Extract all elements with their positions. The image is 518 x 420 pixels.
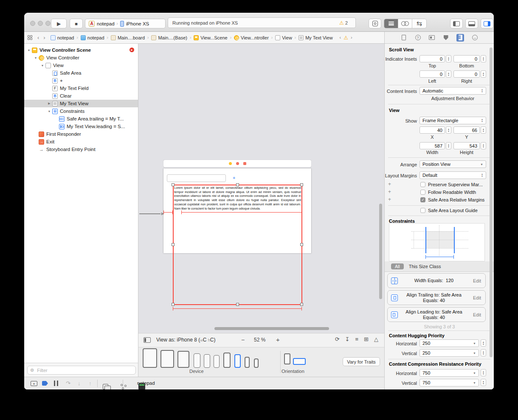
outline-row-clear-button[interactable]: B Clear xyxy=(24,92,138,100)
inset-left-stepper[interactable]: ▲▼ xyxy=(446,70,451,78)
outline-row-entry-point[interactable]: → Storyboard Entry Point xyxy=(24,146,138,153)
related-items-icon[interactable] xyxy=(28,35,32,40)
breadcrumb-storyboard-base[interactable]: Main....(Base) xyxy=(151,35,187,40)
show-popup[interactable]: Frame Rectangle ▲▼ xyxy=(419,117,486,124)
device-iphone-4s[interactable] xyxy=(254,358,259,368)
library-button[interactable] xyxy=(369,19,381,28)
file-inspector-tab[interactable] xyxy=(400,34,407,41)
y-field[interactable]: 66 xyxy=(453,126,480,134)
inset-bottom-field[interactable]: 0 xyxy=(453,55,480,62)
resize-handle[interactable] xyxy=(300,243,303,246)
resolve-autolayout-button[interactable]: △ xyxy=(374,336,378,342)
zoom-window-button[interactable] xyxy=(45,21,51,26)
canvas-plus-button[interactable]: + xyxy=(233,175,235,180)
device-ipad[interactable] xyxy=(177,351,189,368)
toggle-debug-area-icon[interactable]: ▲ xyxy=(31,381,37,386)
add-variation-button[interactable]: + xyxy=(388,189,391,195)
hugging-horizontal-stepper[interactable]: ▲▼ xyxy=(481,339,486,347)
edit-constraint-button[interactable]: Edit xyxy=(473,278,481,283)
device-iphone-xs-max[interactable] xyxy=(194,353,200,368)
constraint-card-trailing[interactable]: Align Trailing to: Safe Area Equals: 40 … xyxy=(387,290,486,305)
pause-execution-icon[interactable] xyxy=(54,381,58,386)
device-iphone-xr[interactable] xyxy=(204,354,210,368)
resize-handle[interactable] xyxy=(172,303,175,306)
leading-constraint-bar[interactable] xyxy=(163,210,173,214)
version-editor-button[interactable]: ⇆ xyxy=(412,19,426,28)
safe-area-layout-guide-checkbox[interactable] xyxy=(420,208,425,213)
trailing-constraint-bar[interactable] xyxy=(181,210,302,214)
resize-handle[interactable] xyxy=(236,303,239,306)
x-stepper[interactable]: ▲▼ xyxy=(446,126,451,134)
stop-button[interactable]: ■ xyxy=(70,19,83,28)
running-app-name[interactable]: notepad xyxy=(137,381,155,386)
identity-inspector-tab[interactable] xyxy=(428,34,435,41)
add-variation-button[interactable]: + xyxy=(388,196,391,202)
inset-right-field[interactable]: 0 xyxy=(453,70,480,78)
filter-field[interactable]: ⊜ xyxy=(27,366,136,375)
layout-margins-popup[interactable]: Default ▲▼ xyxy=(419,171,486,179)
align-button[interactable]: ≡ xyxy=(355,336,359,342)
debug-memory-graph-icon[interactable] xyxy=(121,384,127,389)
issues-badge[interactable]: ⚠ 2 xyxy=(339,20,348,26)
canvas-text-field[interactable] xyxy=(167,174,226,182)
breadcrumb-my-text-view[interactable]: My Text View xyxy=(298,35,332,40)
outline-row-text-field[interactable]: F My Text Field xyxy=(24,84,138,92)
height-stepper[interactable]: ▲▼ xyxy=(481,142,486,149)
minimize-window-button[interactable] xyxy=(38,21,43,26)
scheme-app-name[interactable]: notepad xyxy=(97,21,115,26)
disclosure-open-icon[interactable]: ▼ xyxy=(34,56,38,59)
inspector-scrollbar[interactable] xyxy=(490,48,493,357)
outline-row-my-text-view[interactable]: ▶ My Text View xyxy=(24,100,138,107)
step-into-icon[interactable]: ↓ xyxy=(78,380,81,386)
compression-horizontal-stepper[interactable]: ▲▼ xyxy=(481,369,486,376)
embed-in-button[interactable]: ↧ xyxy=(345,336,350,342)
outline-row-constraint-leading[interactable]: My Text View.leading = S... xyxy=(24,123,138,130)
outline-row-safe-area[interactable]: Safe Area xyxy=(24,69,138,77)
zoom-level[interactable]: 52 % xyxy=(254,337,265,343)
previous-issue-button[interactable]: ‹ xyxy=(340,35,341,40)
resize-handle[interactable] xyxy=(172,183,175,186)
toggle-navigator-button[interactable] xyxy=(450,19,463,28)
width-stepper[interactable]: ▲▼ xyxy=(446,142,451,149)
add-constraints-button[interactable]: ⊞ xyxy=(364,336,369,342)
arrange-pulldown[interactable]: Position View ▼ xyxy=(419,160,486,168)
width-field[interactable]: 587 xyxy=(419,142,445,149)
outline-row-constraint-trailing[interactable]: Safe Area.trailing = My T... xyxy=(24,115,138,123)
hugging-vertical-combo[interactable]: 250▼ xyxy=(419,349,479,357)
edit-constraint-button[interactable]: Edit xyxy=(473,312,481,317)
canvas-horizontal-scrollbar[interactable] xyxy=(214,327,329,330)
resize-handle[interactable] xyxy=(172,243,175,246)
error-badge-icon[interactable]: ▸ xyxy=(130,48,134,52)
safe-area-relative-margins-checkbox[interactable]: ✓ xyxy=(420,197,425,202)
outline-row-exit[interactable]: → Exit xyxy=(24,138,138,146)
constraint-card-leading[interactable]: Align Leading to: Safe Area Equals: 40 E… xyxy=(387,307,486,322)
add-variation-button[interactable]: + xyxy=(388,181,391,187)
x-field[interactable]: 40 xyxy=(419,126,445,134)
breadcrumb-folder[interactable]: notepad xyxy=(81,35,104,40)
toggle-outline-icon[interactable] xyxy=(144,337,151,343)
storyboard-entry-arrow[interactable] xyxy=(139,212,163,216)
device-iphone-xs[interactable] xyxy=(214,355,220,368)
back-button[interactable]: ‹ xyxy=(37,35,39,40)
device-iphone-8-plus[interactable] xyxy=(223,353,231,368)
canvas-text-view-text[interactable]: Lorem ipsum dolor sit er elit lamet, con… xyxy=(174,186,301,210)
zoom-out-button[interactable]: − xyxy=(241,336,245,343)
width-constraint-bar[interactable] xyxy=(173,307,302,311)
assistant-editor-button[interactable] xyxy=(398,19,412,28)
device-iphone-8-selected[interactable] xyxy=(234,354,241,368)
orientation-landscape-button[interactable] xyxy=(293,358,306,365)
disclosure-open-icon[interactable]: ▼ xyxy=(40,64,45,67)
compression-vertical-stepper[interactable]: ▲▼ xyxy=(481,379,486,386)
size-inspector-tab[interactable] xyxy=(456,34,464,42)
outline-row-constraints[interactable]: ▼ ⊞ Constraints xyxy=(24,107,138,115)
device-iphone-se[interactable] xyxy=(245,357,250,368)
orientation-portrait-button[interactable] xyxy=(284,353,290,364)
standard-editor-button[interactable] xyxy=(384,19,398,28)
resize-handle[interactable] xyxy=(300,183,303,186)
storyboard-canvas[interactable]: + Lorem ipsum dolor sit er elit lamet, c… xyxy=(138,44,384,333)
disclosure-closed-icon[interactable]: ▶ xyxy=(47,102,51,105)
breadcrumb-view[interactable]: View xyxy=(275,35,292,40)
attributes-inspector-tab[interactable] xyxy=(442,34,449,41)
device-ipad-medium[interactable] xyxy=(160,350,174,368)
compression-vertical-combo[interactable]: 750▼ xyxy=(419,379,479,386)
